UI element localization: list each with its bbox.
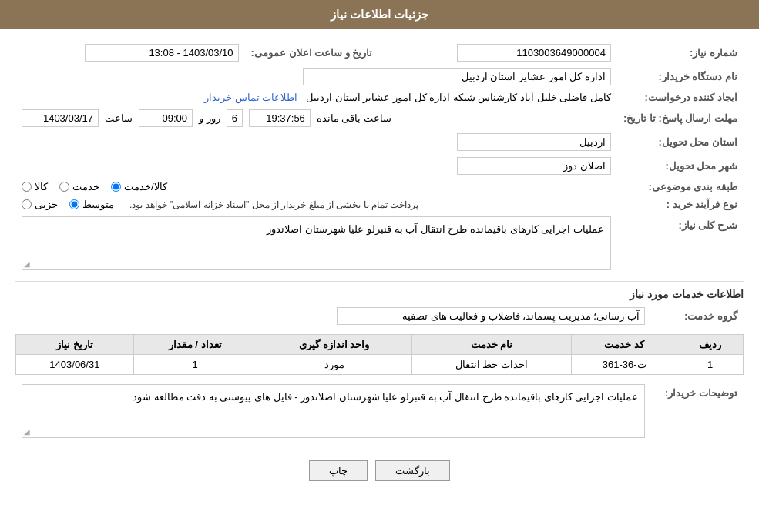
cell-count: 1 [133, 355, 257, 375]
category-kala-input[interactable] [22, 182, 32, 192]
delivery-province-value: اردبیل [457, 133, 611, 151]
service-info-title: اطلاعات خدمات مورد نیاز [15, 281, 744, 304]
buyer-org-value: اداره کل امور عشایر استان اردبیل [303, 68, 611, 85]
response-days: 6 [227, 109, 243, 127]
requester-value: کامل فاضلی خلیل آباد کارشناس شبکه اداره … [306, 92, 611, 103]
category-kala-label: کالا [35, 181, 48, 192]
cell-date: 1403/06/31 [16, 355, 134, 375]
purchase-motovaset-input[interactable] [69, 199, 79, 209]
col-unit: واحد اندازه گیری [257, 335, 411, 355]
delivery-province-label: استان محل تحویل: [617, 130, 744, 154]
col-name: نام خدمت [411, 335, 571, 355]
page-header: جزئیات اطلاعات نیاز [0, 0, 759, 29]
contact-link[interactable]: اطلاعات تماس خریدار [204, 92, 297, 103]
category-khadamat-label: خدمت [72, 181, 99, 192]
category-kala-khadamat-input[interactable] [111, 182, 121, 192]
service-group-label: گروه خدمت: [651, 304, 744, 328]
category-label: طبقه بندی موضوعی: [617, 178, 744, 196]
response-remaining-label: ساعت باقی مانده [317, 112, 391, 124]
cell-name: احداث خط انتقال [411, 355, 571, 375]
purchase-jozii-radio[interactable]: جزیی [22, 199, 58, 210]
purchase-motovaset-radio[interactable]: متوسط [69, 199, 114, 210]
cell-unit: مورد [257, 355, 411, 375]
col-radif: ردیف [677, 335, 744, 355]
buyer-notes-box: عملیات اجرایی کارهای باقیمانده طرح انتقا… [22, 384, 645, 438]
table-row: 1 ت-36-361 احداث خط انتقال مورد 1 1403/0… [16, 355, 744, 375]
buyer-notes-value: عملیات اجرایی کارهای باقیمانده طرح انتقا… [133, 391, 638, 403]
need-description-label: شرح کلی نیاز: [617, 213, 744, 273]
buyer-notes-label: توضیحات خریدار: [651, 381, 744, 441]
purchase-note: پرداخت تمام یا بخشی از مبلغ خریدار از مح… [129, 199, 418, 210]
page-title: جزئیات اطلاعات نیاز [331, 8, 428, 21]
service-table: ردیف کد خدمت نام خدمت واحد اندازه گیری ت… [15, 334, 744, 375]
requester-label: ایجاد کننده درخواست: [617, 89, 744, 106]
purchase-jozii-input[interactable] [22, 199, 32, 209]
print-button[interactable]: چاپ [309, 460, 368, 481]
back-button[interactable]: بازگشت [375, 460, 450, 481]
cell-code: ت-36-361 [571, 355, 677, 375]
response-time: 09:00 [139, 109, 193, 127]
category-kala-khadamat-radio[interactable]: کالا/خدمت [111, 181, 167, 192]
resize-handle-2: ◢ [24, 427, 30, 436]
delivery-city-label: شهر محل تحویل: [617, 154, 744, 178]
delivery-city-value: اصلان دوز [457, 157, 611, 175]
purchase-jozii-label: جزیی [35, 199, 58, 210]
response-days-label: روز و [199, 112, 220, 124]
date-label: تاریخ و ساعت اعلان عمومی: [245, 41, 388, 65]
response-date: 1403/03/17 [22, 109, 99, 127]
purchase-motovaset-label: متوسط [82, 199, 114, 210]
response-remaining: 19:37:56 [249, 109, 311, 127]
category-kala-radio[interactable]: کالا [22, 181, 48, 192]
col-date: تاریخ نیاز [16, 335, 134, 355]
category-khadamat-radio[interactable]: خدمت [59, 181, 99, 192]
category-kala-khadamat-label: کالا/خدمت [124, 181, 167, 192]
purchase-type-label: نوع فرآیند خرید : [617, 196, 744, 213]
button-row: بازگشت چاپ [15, 449, 744, 493]
response-time-label: ساعت [105, 112, 133, 124]
need-number-value: 1103003649000004 [457, 44, 611, 62]
cell-radif: 1 [677, 355, 744, 375]
resize-handle: ◢ [24, 259, 30, 268]
need-description-value: عملیات اجرایی کارهای باقیمانده طرح انتقا… [267, 223, 604, 235]
category-khadamat-input[interactable] [59, 182, 69, 192]
need-description-box: عملیات اجرایی کارهای باقیمانده طرح انتقا… [22, 216, 611, 270]
service-group-value: آب رسانی؛ مدیریت پسماند، فاضلاب و فعالیت… [337, 307, 645, 325]
need-number-label: شماره نیاز: [617, 41, 744, 65]
response-deadline-label: مهلت ارسال پاسخ: تا تاریخ: [617, 106, 744, 130]
col-count: تعداد / مقدار [133, 335, 257, 355]
date-value: 1403/03/10 - 13:08 [85, 44, 239, 62]
col-code: کد خدمت [571, 335, 677, 355]
buyer-org-label: نام دستگاه خریدار: [617, 65, 744, 89]
